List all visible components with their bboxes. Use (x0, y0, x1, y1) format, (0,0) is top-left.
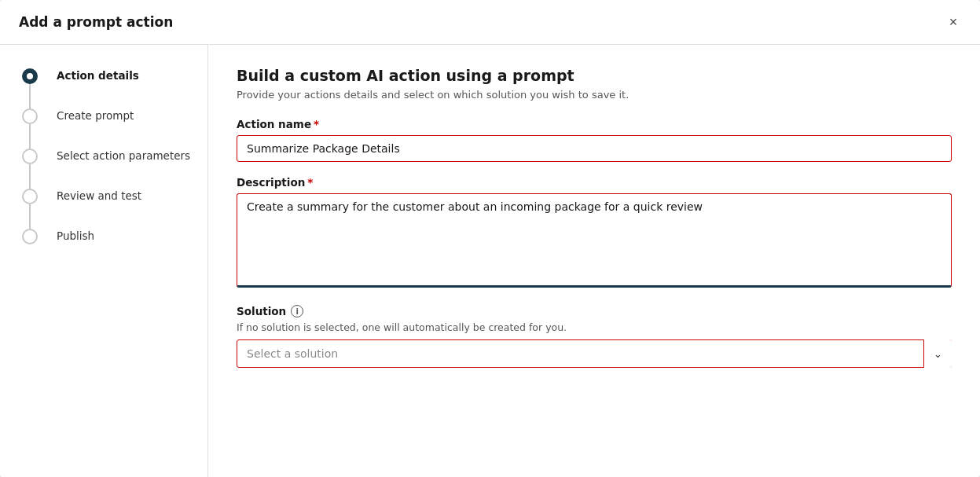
step-circle-create-prompt (22, 108, 38, 124)
step-circle-action-details (22, 68, 38, 84)
dialog-title: Add a prompt action (19, 14, 173, 30)
dialog-body: Action details Create prompt Select acti… (0, 45, 980, 477)
main-content: Build a custom AI action using a prompt … (208, 45, 980, 477)
step-label-review-and-test: Review and test (57, 187, 141, 227)
step-item-publish: Publish (22, 227, 207, 267)
step-item-review-and-test: Review and test (22, 187, 207, 227)
main-subheading: Provide your actions details and select … (237, 89, 952, 101)
step-label-publish: Publish (57, 227, 94, 267)
add-prompt-action-dialog: Add a prompt action × Action details Cre… (0, 0, 980, 477)
step-item-action-details: Action details (22, 67, 207, 107)
step-label-create-prompt: Create prompt (57, 107, 134, 147)
step-circle-publish (22, 229, 38, 244)
step-circle-review-and-test (22, 189, 38, 204)
step-item-create-prompt: Create prompt (22, 107, 207, 147)
solution-label: Solution (237, 305, 286, 317)
solution-label-row: Solution i (237, 305, 952, 317)
solution-hint: If no solution is selected, one will aut… (237, 321, 952, 333)
description-textarea[interactable] (237, 193, 952, 288)
action-name-input[interactable] (237, 135, 952, 162)
description-label: Description * (237, 176, 952, 189)
close-button[interactable]: × (942, 11, 964, 33)
action-name-label: Action name * (237, 118, 952, 130)
step-label-select-action-parameters: Select action parameters (57, 147, 190, 187)
step-label-action-details: Action details (57, 67, 139, 107)
info-icon: i (291, 305, 303, 317)
action-name-required-star: * (314, 118, 319, 130)
main-heading: Build a custom AI action using a prompt (237, 67, 952, 84)
description-required-star: * (307, 176, 313, 189)
dialog-header: Add a prompt action × (0, 0, 980, 45)
step-item-select-action-parameters: Select action parameters (22, 147, 207, 187)
solution-select-wrapper: Select a solution ⌄ (237, 339, 952, 368)
solution-select[interactable]: Select a solution (237, 339, 952, 368)
wizard-sidebar: Action details Create prompt Select acti… (0, 45, 208, 477)
step-circle-select-action-parameters (22, 149, 38, 164)
